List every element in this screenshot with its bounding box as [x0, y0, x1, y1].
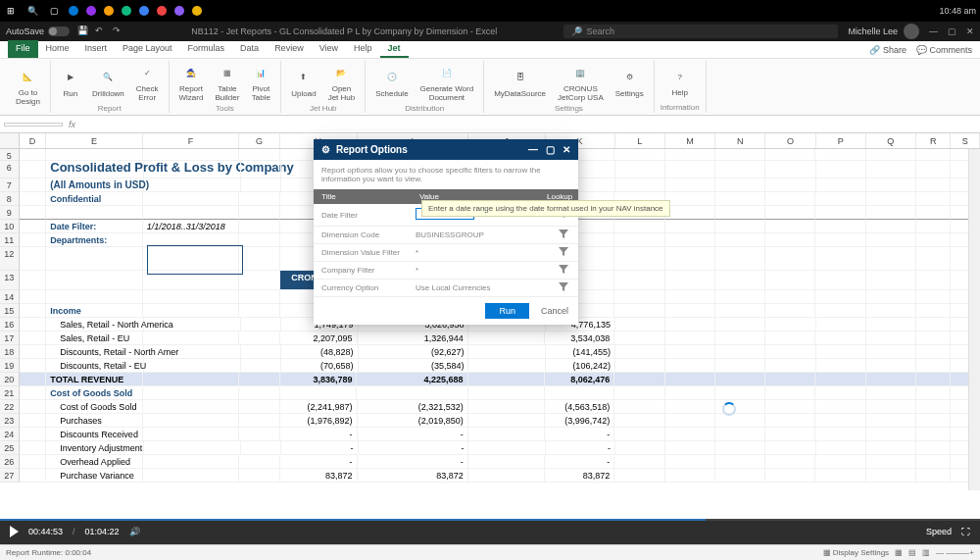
ribbon-settings-button[interactable]: ⚙Settings — [612, 66, 648, 100]
cell[interactable] — [715, 178, 765, 192]
cell[interactable]: (70,658) — [281, 359, 359, 373]
ribbon-table-button[interactable]: ▦TableBuilder — [211, 61, 243, 104]
dialog-maximize-icon[interactable]: ▢ — [546, 144, 555, 155]
cell[interactable] — [715, 290, 765, 304]
cell[interactable] — [614, 469, 664, 483]
cell[interactable] — [665, 220, 715, 233]
cell[interactable] — [765, 290, 815, 304]
cell[interactable] — [20, 271, 47, 290]
cell[interactable] — [665, 373, 715, 386]
ribbon-tab-jet[interactable]: Jet — [380, 40, 409, 58]
cell[interactable] — [866, 359, 916, 373]
search-taskbar-icon[interactable]: 🔍 — [25, 4, 39, 18]
cell[interactable] — [144, 318, 240, 331]
cell[interactable] — [20, 345, 47, 359]
cell[interactable] — [665, 428, 715, 441]
cell[interactable] — [916, 220, 952, 233]
row-header[interactable]: 17 — [0, 331, 20, 345]
cell[interactable] — [143, 373, 239, 386]
cell[interactable] — [20, 441, 47, 455]
cell[interactable] — [765, 373, 815, 386]
cell[interactable] — [866, 304, 916, 318]
cell[interactable]: Purchases — [46, 414, 143, 428]
cell[interactable] — [143, 428, 239, 441]
ribbon-schedule-button[interactable]: 🕒Schedule — [371, 66, 412, 100]
share-button[interactable]: 🔗 Share — [869, 45, 906, 55]
video-progress[interactable] — [0, 519, 980, 521]
cell[interactable]: Purchase Variance — [46, 469, 143, 483]
cell[interactable] — [241, 359, 281, 373]
cell[interactable] — [615, 345, 665, 359]
cell[interactable] — [615, 359, 665, 373]
cell[interactable] — [866, 271, 916, 290]
cell[interactable] — [815, 469, 865, 483]
cell[interactable]: Overhead Applied — [46, 455, 143, 469]
col-header-N[interactable]: N — [715, 133, 765, 148]
cell[interactable] — [866, 414, 916, 428]
cell[interactable] — [20, 220, 47, 233]
cell[interactable] — [765, 233, 815, 247]
cell[interactable] — [765, 192, 815, 206]
cell[interactable]: Consolidated Profit & Loss by Company — [46, 161, 144, 178]
start-icon[interactable]: ⊞ — [4, 4, 18, 18]
row-header[interactable]: 25 — [0, 441, 20, 455]
cell[interactable] — [866, 220, 916, 233]
cell[interactable] — [715, 206, 765, 220]
cell[interactable] — [765, 178, 815, 192]
cell[interactable]: (1,976,892) — [280, 414, 358, 428]
cell[interactable]: Discounts, Retail - EU — [46, 359, 144, 373]
cell[interactable] — [866, 373, 916, 386]
cell[interactable] — [916, 247, 952, 271]
dialog-close-icon[interactable]: ✕ — [563, 144, 570, 155]
ribbon-mydatasource-button[interactable]: 🗄MyDataSource — [490, 66, 550, 100]
cell[interactable]: 83,872 — [545, 469, 614, 483]
cell[interactable] — [665, 161, 715, 178]
volume-icon[interactable]: 🔊 — [129, 527, 140, 536]
option-value-input[interactable]: * — [412, 244, 549, 261]
cell[interactable] — [239, 304, 279, 318]
cell[interactable] — [241, 178, 281, 192]
cell[interactable] — [468, 469, 546, 483]
cell[interactable] — [665, 318, 715, 331]
cell[interactable] — [916, 318, 951, 331]
cell[interactable] — [866, 441, 916, 455]
cell[interactable] — [765, 469, 815, 483]
row-header[interactable]: 26 — [0, 455, 20, 469]
cell[interactable] — [143, 192, 239, 206]
cell[interactable]: - — [281, 441, 359, 455]
cell[interactable] — [615, 178, 665, 192]
cell[interactable] — [468, 441, 546, 455]
cell[interactable] — [715, 247, 765, 271]
cell[interactable] — [715, 359, 765, 373]
cell[interactable] — [815, 400, 865, 414]
fullscreen-icon[interactable]: ⛶ — [961, 527, 970, 536]
cell[interactable] — [866, 149, 916, 161]
cell[interactable] — [20, 359, 47, 373]
display-settings[interactable]: ▦ Display Settings — [823, 548, 890, 557]
cell[interactable]: (141,455) — [546, 345, 615, 359]
cell[interactable]: (4,563,518) — [545, 400, 614, 414]
cell[interactable]: (106,242) — [546, 359, 615, 373]
cell[interactable]: - — [358, 428, 468, 441]
cell[interactable]: Discounts, Retail - North Amer — [46, 345, 144, 359]
cell[interactable]: - — [359, 441, 469, 455]
cell[interactable] — [614, 331, 664, 345]
col-header-P[interactable]: P — [816, 133, 866, 148]
ribbon-check-button[interactable]: ✓CheckError — [132, 61, 163, 104]
cell[interactable] — [665, 290, 715, 304]
close-icon[interactable]: ✕ — [966, 26, 974, 36]
run-button[interactable]: Run — [485, 303, 529, 319]
col-header-S[interactable]: S — [951, 133, 980, 148]
ribbon-tab-review[interactable]: Review — [267, 40, 312, 58]
app-icon[interactable] — [157, 6, 167, 16]
cell[interactable] — [468, 455, 546, 469]
cell[interactable] — [765, 359, 815, 373]
cell[interactable] — [715, 149, 765, 161]
cell[interactable] — [665, 178, 715, 192]
cell[interactable] — [815, 149, 865, 161]
row-header[interactable]: 12 — [0, 247, 20, 271]
cell[interactable] — [143, 469, 239, 483]
cell[interactable] — [916, 345, 951, 359]
cell[interactable] — [468, 428, 546, 441]
cell[interactable] — [715, 428, 765, 441]
